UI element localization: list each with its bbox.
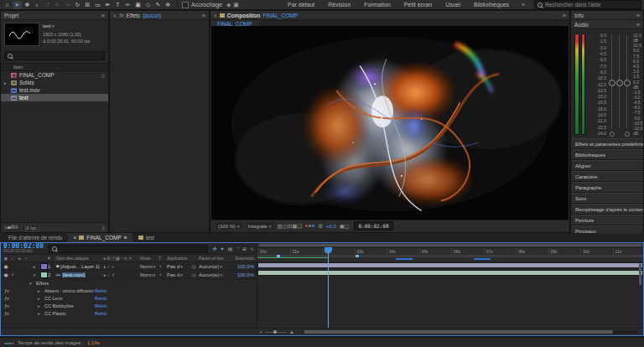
chevron-down-icon[interactable]: ▾ <box>52 23 55 28</box>
brush-tool[interactable]: ✏ <box>123 1 132 9</box>
selection-tool[interactable]: ➤ <box>13 1 22 9</box>
layer-switches[interactable]: ● ∕ ◐ <box>103 264 140 269</box>
mini-flowchart-icon[interactable]: ✣ <box>213 246 217 251</box>
layer-expand-arrow[interactable]: ▸ <box>29 264 39 269</box>
layer-audio-toggle[interactable] <box>10 263 15 269</box>
info-panel-title[interactable]: Info <box>574 13 584 18</box>
zoom-tool[interactable]: ⌕ <box>33 1 42 9</box>
hand-tool[interactable]: ✥ <box>23 1 32 9</box>
snap-checkbox[interactable] <box>182 2 189 8</box>
project-column-header[interactable]: Nom <box>1 63 108 71</box>
horizontal-scrollbar[interactable] <box>302 330 638 334</box>
label-color-chip[interactable] <box>40 263 48 270</box>
zoom-slider-knob[interactable] <box>273 330 277 334</box>
fast-previews-gear-icon[interactable]: ⚙ <box>318 223 323 230</box>
zoom-out-mountain-icon[interactable]: ▲ <box>259 330 262 334</box>
playhead-line[interactable] <box>328 247 329 328</box>
project-item-text[interactable]: ▬ text <box>1 94 108 101</box>
pan-camera-tool[interactable]: ✛ <box>53 1 62 9</box>
parent-pickwhip-icon[interactable]: ◎ <box>189 272 199 277</box>
project-tab-label[interactable]: Projet <box>4 13 18 18</box>
workspace-tab[interactable]: Par défaut <box>281 2 321 8</box>
effect-reset-link[interactable]: Réinit. <box>95 288 108 293</box>
parent-pickwhip-icon[interactable]: ◎ <box>189 263 199 269</box>
stacked-panel-tab[interactable]: Bibliothèques <box>571 149 643 160</box>
composition-name[interactable]: FINAL_COMP <box>263 13 299 18</box>
viewer-current-time[interactable]: 0:00:02:08 <box>354 221 392 230</box>
work-area-end-handle[interactable] <box>356 255 359 257</box>
panel-menu-icon[interactable]: ≡ <box>202 13 205 18</box>
vertical-scrollbar[interactable] <box>639 263 641 285</box>
effect-name[interactable]: CC Plastic <box>44 311 95 316</box>
effect-name[interactable]: CC Blobbylize <box>44 303 95 308</box>
stacked-panel-tab[interactable]: Aligner <box>571 160 643 171</box>
project-item-final-comp[interactable]: ▦ FINAL_COMP ◫ <box>1 71 108 79</box>
left-mute-button[interactable] <box>610 132 615 137</box>
layer-bar-adjustment[interactable] <box>257 262 643 268</box>
folder-expand-arrow[interactable]: ▸ <box>4 80 8 85</box>
snap-option-icon[interactable]: ◈ <box>226 2 231 8</box>
preserve-transparency-icon[interactable]: ◔ <box>158 272 167 277</box>
layer-row-adjustment[interactable]: ◉ ▸ 1 ■ [Adjust... Layer 1] ● ∕ ◐ <box>1 262 257 271</box>
show-snapshot-icon[interactable]: ◻ <box>345 223 349 229</box>
layer-visibility-toggle[interactable]: ◉ <box>3 263 8 269</box>
bit-depth-button[interactable]: 16 bpc <box>22 225 39 231</box>
effect-expand-arrow[interactable]: ▸ <box>38 303 44 308</box>
track-matte-dropdown[interactable]: Pas d ▾ <box>167 272 189 277</box>
timeline-search-input[interactable] <box>49 245 207 253</box>
zoom-in-mountain-icon[interactable]: ▲ <box>289 329 294 334</box>
composition-viewer[interactable] <box>211 26 569 220</box>
magnification-dropdown[interactable]: (100 %) ▾ <box>216 222 242 230</box>
rotation-tool[interactable]: ↻ <box>73 1 82 9</box>
effect-reset-link[interactable]: Réinit. <box>95 296 108 301</box>
live-update-icon[interactable]: ✦ <box>221 246 225 251</box>
help-search-input[interactable]: Rechercher dans l'aide <box>534 0 641 9</box>
scrollbar-thumb[interactable] <box>304 330 613 334</box>
dolly-camera-tool[interactable]: ⇲ <box>63 1 72 9</box>
workspace-tab[interactable]: Bibliothèques <box>467 2 516 8</box>
timeline-track-area[interactable]: 00s01s02s03s04s05s06s07s08s09s10s11s <box>257 243 643 335</box>
stacked-panel-tab[interactable]: Suivi <box>571 193 643 204</box>
snap-control[interactable]: Accrochage <box>182 2 222 8</box>
right-level-knob[interactable] <box>624 80 631 86</box>
close-icon[interactable]: × <box>113 13 117 18</box>
effect-row[interactable]: ƒx ▸ Absent : omino diffusion Réinit. <box>1 287 257 294</box>
tab-test-footage[interactable]: test <box>133 233 159 242</box>
master-level-knob[interactable] <box>616 80 623 86</box>
blend-mode-dropdown[interactable]: Norm ▾ <box>140 272 158 277</box>
shape-tool[interactable]: ▭ <box>93 1 102 9</box>
layer-name[interactable]: [Adjust... Layer 1] <box>60 264 100 269</box>
tab-final-comp[interactable]: × FINAL_COMP ≡ <box>68 233 132 242</box>
clone-stamp-tool[interactable]: ▣ <box>133 1 143 9</box>
roto-brush-tool[interactable]: ✎ <box>153 1 163 9</box>
timeline-zoom-slider[interactable] <box>265 332 287 333</box>
effect-reset-link[interactable]: Réinit. <box>95 311 108 316</box>
pen-tool[interactable]: ✒ <box>103 1 112 9</box>
frame-blending-icon[interactable]: ⊞ <box>242 246 247 251</box>
hide-shy-icon[interactable]: ◔ <box>236 246 239 251</box>
layer-row-test-mov[interactable]: ◉ ♪ ▾ 2 ▬ [test.mov] ● ∕ ƒ N <box>1 271 257 279</box>
timeline-column-headers[interactable]: ◉ ♪ ● ▪ # Nom des calques ●⚙∕ƒ▦◔⊘✳ Mode … <box>1 254 257 262</box>
right-mute-button[interactable] <box>625 132 630 137</box>
snap-grid-icon[interactable]: ▣ <box>233 2 239 8</box>
effects-panel-title[interactable]: Effets <box>127 13 141 18</box>
parent-dropdown[interactable]: Aucun(e) ▾ <box>199 272 229 277</box>
effect-reset-link[interactable]: Réinit. <box>95 303 108 308</box>
effect-name[interactable]: CC Lens <box>44 296 95 301</box>
close-icon[interactable]: × <box>214 13 217 18</box>
left-level-knob[interactable] <box>609 80 615 86</box>
stacked-panel-tab[interactable]: Paragraphe <box>571 182 643 193</box>
effect-expand-arrow[interactable]: ▸ <box>38 311 44 316</box>
current-time-display[interactable]: 0:00:02:08 00128 (60,00 ips) <box>3 243 44 254</box>
stacked-panel-tab[interactable]: Caractère <box>571 171 643 182</box>
effect-expand-arrow[interactable]: ▸ <box>38 296 44 301</box>
tab-render-queue[interactable]: File d'attente de rendu <box>3 233 67 242</box>
stacked-panel-tab[interactable]: Remplissage d'après le contenu <box>571 204 643 215</box>
channel-select-icon[interactable] <box>305 225 314 227</box>
panel-menu-icon[interactable]: ≡ <box>636 22 640 28</box>
stacked-panel-tab[interactable]: Effets et paramètres prédéfinis <box>571 138 643 149</box>
motion-blur-icon[interactable]: ∿ <box>250 246 254 251</box>
effect-expand-arrow[interactable]: ▸ <box>38 288 44 293</box>
panel-menu-icon[interactable]: ≡ <box>636 13 640 18</box>
guides-icon[interactable]: ❏ <box>297 223 302 229</box>
